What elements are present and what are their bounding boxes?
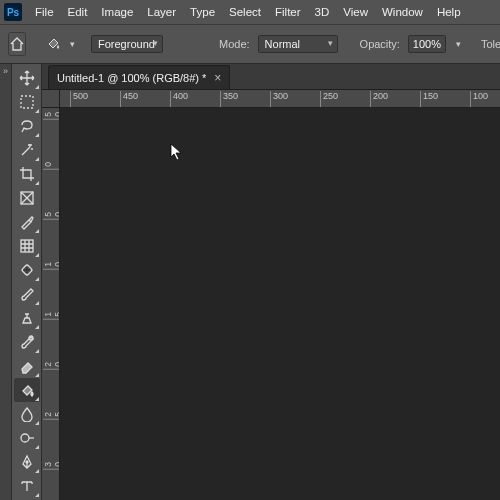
ruler-tick: 100 bbox=[470, 91, 488, 107]
menu-3d[interactable]: 3D bbox=[308, 4, 337, 20]
menu-file[interactable]: File bbox=[28, 4, 61, 20]
chevron-down-icon: ▾ bbox=[70, 39, 75, 49]
ruler-tick: 200 bbox=[370, 91, 388, 107]
tool-preset-picker[interactable]: ▾ bbox=[42, 33, 75, 55]
app-logo: Ps bbox=[4, 3, 22, 21]
ruler-tick: 350 bbox=[220, 91, 238, 107]
ruler-tick: 100 bbox=[43, 262, 59, 270]
healing-brush-tool[interactable] bbox=[14, 258, 40, 282]
tool-palette bbox=[12, 64, 42, 500]
frame-tool[interactable] bbox=[14, 186, 40, 210]
canvas-wrap: 500450400350300250200150100 500501001502… bbox=[42, 90, 500, 500]
panel-gutter[interactable]: » bbox=[0, 64, 12, 500]
ruler-tick: 200 bbox=[43, 362, 59, 370]
opacity-input[interactable]: 100% bbox=[408, 35, 446, 53]
ruler-tick: 500 bbox=[70, 91, 88, 107]
horizontal-ruler[interactable]: 500450400350300250200150100 bbox=[60, 90, 500, 108]
menu-image[interactable]: Image bbox=[94, 4, 140, 20]
menu-bar: Ps File Edit Image Layer Type Select Fil… bbox=[0, 0, 500, 24]
tolerance-label: Toler bbox=[481, 38, 500, 50]
ruler-tick: 0 bbox=[43, 162, 59, 170]
menu-window[interactable]: Window bbox=[375, 4, 430, 20]
ruler-tick: 300 bbox=[270, 91, 288, 107]
menu-view[interactable]: View bbox=[336, 4, 375, 20]
menu-type[interactable]: Type bbox=[183, 4, 222, 20]
ruler-tick: 300 bbox=[43, 462, 59, 470]
document-tab[interactable]: Untitled-1 @ 100% (RGB/8#) * × bbox=[48, 65, 230, 89]
ruler-grid-tool[interactable] bbox=[14, 234, 40, 258]
marquee-tool[interactable] bbox=[14, 90, 40, 114]
chevron-down-icon[interactable]: ▾ bbox=[456, 39, 461, 49]
document-area: Untitled-1 @ 100% (RGB/8#) * × 500450400… bbox=[42, 64, 500, 500]
ruler-tick: 250 bbox=[320, 91, 338, 107]
clone-stamp-tool[interactable] bbox=[14, 306, 40, 330]
fill-source-value: Foreground bbox=[98, 38, 155, 50]
history-brush-tool[interactable] bbox=[14, 330, 40, 354]
move-tool[interactable] bbox=[14, 66, 40, 90]
canvas[interactable] bbox=[60, 108, 500, 500]
dodge-tool[interactable] bbox=[14, 426, 40, 450]
ruler-origin[interactable] bbox=[42, 90, 60, 108]
magic-wand-tool[interactable] bbox=[14, 138, 40, 162]
type-tool[interactable] bbox=[14, 474, 40, 498]
pen-tool[interactable] bbox=[14, 450, 40, 474]
mode-select[interactable]: Normal bbox=[258, 35, 338, 53]
eyedropper-tool[interactable] bbox=[14, 210, 40, 234]
menu-edit[interactable]: Edit bbox=[61, 4, 95, 20]
crop-tool[interactable] bbox=[14, 162, 40, 186]
vertical-ruler[interactable]: 50050100150200250300 bbox=[42, 90, 60, 500]
cursor-pointer-icon bbox=[170, 143, 184, 161]
bucket-icon bbox=[42, 33, 64, 55]
menu-filter[interactable]: Filter bbox=[268, 4, 308, 20]
blur-tool[interactable] bbox=[14, 402, 40, 426]
options-bar: ▾ Foreground Mode: Normal Opacity: 100% … bbox=[0, 24, 500, 64]
svg-point-5 bbox=[21, 434, 29, 442]
document-tab-label: Untitled-1 @ 100% (RGB/8#) * bbox=[57, 72, 206, 84]
mode-label: Mode: bbox=[219, 38, 250, 50]
opacity-label: Opacity: bbox=[360, 38, 400, 50]
ruler-tick: 50 bbox=[43, 112, 59, 120]
brush-tool[interactable] bbox=[14, 282, 40, 306]
home-icon bbox=[9, 36, 25, 52]
ruler-tick: 50 bbox=[43, 212, 59, 220]
eraser-tool[interactable] bbox=[14, 354, 40, 378]
mode-value: Normal bbox=[265, 38, 300, 50]
menu-select[interactable]: Select bbox=[222, 4, 268, 20]
lasso-tool[interactable] bbox=[14, 114, 40, 138]
ruler-tick: 450 bbox=[120, 91, 138, 107]
svg-rect-0 bbox=[21, 96, 33, 108]
ruler-tick: 150 bbox=[43, 312, 59, 320]
home-button[interactable] bbox=[8, 32, 26, 56]
svg-point-6 bbox=[26, 461, 28, 463]
ruler-tick: 150 bbox=[420, 91, 438, 107]
document-tabstrip: Untitled-1 @ 100% (RGB/8#) * × bbox=[42, 64, 500, 90]
workspace: » Untitled-1 @ 100% (RGB/8#) * × 5 bbox=[0, 64, 500, 500]
close-icon[interactable]: × bbox=[214, 71, 221, 85]
ruler-tick: 400 bbox=[170, 91, 188, 107]
svg-rect-2 bbox=[21, 240, 33, 252]
fill-source-select[interactable]: Foreground bbox=[91, 35, 163, 53]
menu-layer[interactable]: Layer bbox=[140, 4, 183, 20]
menu-help[interactable]: Help bbox=[430, 4, 468, 20]
paint-bucket-tool[interactable] bbox=[14, 378, 40, 402]
ruler-tick: 250 bbox=[43, 412, 59, 420]
